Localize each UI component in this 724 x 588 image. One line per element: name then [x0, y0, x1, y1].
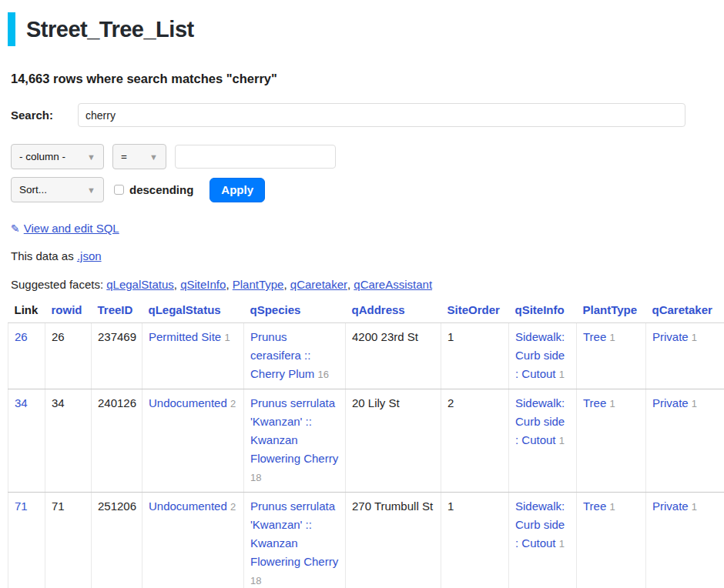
legal-status-link[interactable]: Permitted Site	[149, 330, 221, 343]
facet-count: 1	[692, 332, 697, 343]
facet-count: 1	[224, 332, 230, 343]
plant-type-link[interactable]: Tree	[583, 499, 606, 513]
plant-type-link[interactable]: Tree	[583, 330, 606, 343]
column-header-qlegalstatus[interactable]: qLegalStatus	[142, 301, 244, 323]
facet-count: 1	[559, 435, 565, 446]
row-link[interactable]: 26	[15, 330, 28, 343]
cell-qspecies: Prunus serrulata 'Kwanzan' :: Kwanzan Fl…	[244, 493, 346, 588]
results-table: Link rowid TreeID qLegalStatus qSpecies …	[8, 301, 724, 588]
row-count-summary: 14,663 rows where search matches "cherry…	[11, 72, 724, 86]
cell-qlegalstatus: Undocumented 2	[142, 493, 244, 588]
plant-type-link[interactable]: Tree	[583, 396, 606, 409]
caretaker-link[interactable]: Private	[652, 396, 689, 409]
page-title: Street_Tree_List	[26, 17, 194, 42]
cell-qcaretaker: Private 1	[646, 493, 724, 588]
cell-siteorder: 2	[441, 389, 509, 493]
cell-qlegalstatus: Permitted Site 1	[142, 323, 244, 389]
json-link[interactable]: .json	[77, 249, 102, 262]
column-header-planttype[interactable]: PlantType	[577, 301, 646, 323]
chevron-down-icon: ▼	[149, 152, 158, 162]
site-info-link[interactable]: Sidewalk: Curb side : Cutout	[515, 499, 565, 550]
table-header-row: Link rowid TreeID qLegalStatus qSpecies …	[8, 301, 724, 323]
facet-count: 1	[559, 538, 565, 550]
cell-qsiteinfo: Sidewalk: Curb side : Cutout 1	[509, 493, 577, 588]
sort-select-value: Sort...	[19, 184, 47, 195]
species-link[interactable]: Prunus serrulata 'Kwanzan' :: Kwanzan Fl…	[250, 499, 338, 568]
facet-count: 1	[609, 332, 615, 343]
view-edit-sql-link[interactable]: View and edit SQL	[24, 222, 119, 235]
facet-count: 16	[318, 369, 329, 380]
caretaker-link[interactable]: Private	[652, 499, 689, 513]
suggested-facets-row: Suggested facets: qLegalStatusqSiteInfoP…	[11, 278, 724, 291]
facet-count: 2	[230, 501, 236, 513]
search-input[interactable]	[78, 103, 685, 127]
sort-select[interactable]: Sort... ▼	[11, 177, 104, 202]
descending-checkbox[interactable]	[114, 185, 124, 195]
cell-rowid: 26	[45, 323, 92, 389]
species-link[interactable]: Prunus cerasifera :: Cherry Plum	[250, 330, 314, 380]
cell-rowid: 71	[45, 493, 92, 588]
cell-qaddress: 20 Lily St	[346, 389, 441, 493]
cell-qlegalstatus: Undocumented 2	[142, 389, 244, 493]
column-header-siteorder[interactable]: SiteOrder	[441, 301, 509, 323]
operator-select-value: =	[121, 151, 127, 162]
apply-button[interactable]: Apply	[209, 178, 265, 202]
table-row: 34 34 240126 Undocumented 2 Prunus serru…	[8, 389, 724, 493]
cell-qcaretaker: Private 1	[646, 389, 724, 493]
operator-select[interactable]: = ▼	[112, 144, 166, 169]
facets-label: Suggested facets:	[11, 278, 106, 291]
filter-form: - column - ▼ = ▼	[11, 144, 724, 169]
facet-link-planttype[interactable]: PlantType	[233, 278, 290, 291]
search-form: Search:	[11, 103, 713, 127]
row-link[interactable]: 71	[15, 499, 28, 513]
cell-siteorder: 1	[441, 323, 509, 389]
cell-qsiteinfo: Sidewalk: Curb side : Cutout 1	[509, 323, 577, 389]
legal-status-link[interactable]: Undocumented	[149, 396, 227, 409]
column-header-qaddress[interactable]: qAddress	[346, 301, 441, 323]
facet-link-qcareassistant[interactable]: qCareAssistant	[354, 278, 432, 291]
search-label: Search:	[11, 109, 53, 122]
column-header-qsiteinfo[interactable]: qSiteInfo	[509, 301, 577, 323]
cell-qaddress: 4200 23rd St	[346, 323, 441, 389]
row-link[interactable]: 34	[15, 396, 28, 409]
cell-rowid: 34	[45, 389, 92, 493]
cell-treeid: 237469	[92, 323, 142, 389]
cell-link: 34	[8, 389, 45, 493]
species-link[interactable]: Prunus serrulata 'Kwanzan' :: Kwanzan Fl…	[250, 396, 338, 465]
cell-qaddress: 270 Trumbull St	[346, 493, 441, 588]
sql-link-row: ✎View and edit SQL	[11, 222, 724, 235]
chevron-down-icon: ▼	[87, 152, 96, 162]
cell-qcaretaker: Private 1	[646, 323, 724, 389]
legal-status-link[interactable]: Undocumented	[149, 499, 227, 513]
site-info-link[interactable]: Sidewalk: Curb side : Cutout	[515, 396, 565, 446]
cell-link: 71	[8, 493, 45, 588]
column-header-qspecies[interactable]: qSpecies	[244, 301, 346, 323]
facet-link-qcaretaker[interactable]: qCaretaker	[290, 278, 354, 291]
column-select-value: - column -	[19, 151, 65, 162]
column-header-treeid[interactable]: TreeID	[92, 301, 142, 323]
facet-count: 1	[692, 398, 697, 409]
table-row: 71 71 251206 Undocumented 2 Prunus serru…	[8, 493, 724, 588]
filter-value-input[interactable]	[175, 145, 336, 169]
pencil-icon: ✎	[11, 222, 20, 235]
caretaker-link[interactable]: Private	[652, 330, 689, 343]
cell-planttype: Tree 1	[577, 493, 646, 588]
sort-form: Sort... ▼ descending Apply	[11, 177, 724, 202]
facet-count: 1	[559, 369, 565, 380]
site-info-link[interactable]: Sidewalk: Curb side : Cutout	[515, 330, 565, 380]
cell-qspecies: Prunus cerasifera :: Cherry Plum 16	[244, 323, 346, 389]
column-header-rowid[interactable]: rowid	[45, 301, 92, 323]
cell-treeid: 251206	[92, 493, 142, 588]
page-header: Street_Tree_List	[8, 12, 724, 46]
facet-count: 18	[250, 472, 261, 483]
cell-link: 26	[8, 323, 45, 389]
facet-link-qlegalstatus[interactable]: qLegalStatus	[106, 278, 180, 291]
column-select[interactable]: - column - ▼	[11, 144, 104, 169]
facet-count: 1	[692, 501, 697, 513]
data-as-label: This data as	[11, 249, 77, 262]
chevron-down-icon: ▼	[87, 185, 96, 195]
accent-bar	[8, 12, 15, 46]
column-header-qcaretaker[interactable]: qCaretaker	[646, 301, 724, 323]
data-export-row: This data as .json	[11, 249, 724, 262]
facet-link-qsiteinfo[interactable]: qSiteInfo	[180, 278, 233, 291]
